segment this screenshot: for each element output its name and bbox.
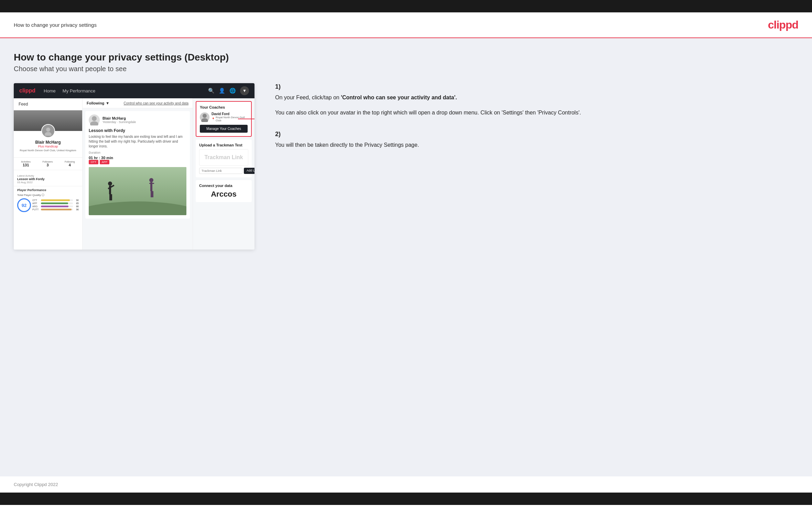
bar-ott-track	[41, 199, 73, 201]
top-bar	[0, 0, 812, 12]
coach-name: David Ford	[212, 112, 248, 116]
stat-activities: Activities 131	[21, 161, 31, 167]
svg-point-6	[108, 181, 112, 186]
following-chevron: ▼	[106, 101, 109, 105]
stat-followers-value: 3	[43, 163, 53, 167]
trackman-title: Upload a Trackman Test	[199, 143, 248, 147]
stat-following-value: 4	[65, 163, 75, 167]
app-logo: clippd	[19, 88, 35, 94]
svg-point-1	[45, 132, 52, 136]
bar-arg-track	[41, 206, 73, 207]
latest-activity-label: Latest Activity	[17, 174, 79, 177]
svg-point-2	[92, 116, 97, 121]
player-performance: Player Performance Total Player Quality …	[14, 186, 82, 214]
app-screenshot: clippd Home My Performance 🔍 👤 🌐 ▼	[14, 83, 255, 250]
bar-arg-label: ARG	[32, 205, 40, 208]
post-author-date: Yesterday · Sunningdale	[102, 120, 136, 124]
bar-putt: PUTT 96	[32, 208, 79, 211]
quality-bars: OTT 90 APP 85 ARG	[32, 199, 79, 211]
instruction-2-number: 2)	[275, 131, 798, 138]
post-duration-label: Duration	[89, 151, 186, 154]
post-tags: OTT APP	[89, 160, 186, 164]
following-button[interactable]: Following ▼	[87, 101, 109, 105]
instructions-panel: 1) On your Feed, click/tap on 'Control w…	[268, 83, 798, 163]
site-header: How to change your privacy settings clip…	[0, 12, 812, 38]
trackman-placeholder: Trackman Link	[199, 149, 248, 166]
svg-point-3	[90, 121, 98, 125]
bar-ott-value: 90	[74, 199, 79, 201]
latest-activity: Latest Activity Lesson with Fordy 03 Aug…	[14, 172, 82, 186]
profile-name: Blair McHarg	[17, 140, 79, 145]
post-author-info: Blair McHarg Yesterday · Sunningdale	[102, 116, 136, 124]
page-breadcrumb: How to change your privacy settings	[14, 22, 97, 28]
avatar-button[interactable]: ▼	[240, 86, 249, 95]
clippd-logo: clippd	[768, 19, 798, 31]
quality-label: Total Player Quality ⓘ	[17, 193, 79, 197]
nav-item-performance[interactable]: My Performance	[63, 88, 95, 93]
copyright-text: Copyright Clippd 2022	[14, 482, 58, 487]
coach-info: David Ford 📍 Royal North Devon Golf Club	[212, 112, 248, 122]
stat-following: Following 4	[65, 161, 75, 167]
app-body: Feed Blair McHarg Plus Handicap Royal No…	[14, 98, 255, 250]
feed-post: Blair McHarg Yesterday · Sunningdale Les…	[85, 111, 190, 219]
instruction-1-number: 1)	[275, 83, 798, 90]
feed-top-bar: Following ▼ Control who can see your act…	[83, 98, 193, 108]
stat-activities-value: 131	[21, 163, 31, 167]
trackman-input[interactable]	[199, 168, 242, 174]
quality-score: 92	[17, 198, 31, 212]
person-icon[interactable]: 👤	[219, 88, 225, 94]
instruction-1-subtext: You can also click on your avatar in the…	[275, 108, 798, 117]
bottom-bar	[0, 493, 812, 505]
post-duration-value: 01 hr : 30 min	[89, 156, 186, 160]
svg-rect-16	[152, 191, 153, 197]
two-col-layout: clippd Home My Performance 🔍 👤 🌐 ▼	[14, 83, 798, 250]
site-footer: Copyright Clippd 2022	[0, 476, 812, 493]
bar-putt-track	[41, 209, 73, 210]
post-header: Blair McHarg Yesterday · Sunningdale	[89, 114, 186, 125]
globe-icon[interactable]: 🌐	[229, 88, 236, 94]
instruction-1: 1) On your Feed, click/tap on 'Control w…	[275, 83, 798, 117]
bar-ott: OTT 90	[32, 199, 79, 201]
post-author-avatar	[89, 114, 100, 125]
post-tag-ott: OTT	[89, 160, 98, 164]
bar-app-label: APP	[32, 202, 40, 205]
app-navbar: clippd Home My Performance 🔍 👤 🌐 ▼	[14, 83, 255, 98]
latest-activity-date: 03 Aug 2022	[17, 181, 79, 184]
app-right-panel: Your Coaches David Ford 📍 Royal North	[193, 98, 255, 250]
add-link-button[interactable]: Add Link	[244, 168, 255, 174]
bar-app-track	[41, 202, 73, 204]
stat-followers-label: Followers	[43, 161, 53, 163]
svg-rect-14	[152, 183, 154, 184]
post-title: Lesson with Fordy	[89, 128, 186, 133]
avatar-icon: ▼	[242, 88, 247, 93]
svg-point-17	[203, 114, 207, 118]
post-image	[89, 167, 186, 215]
search-icon[interactable]: 🔍	[208, 88, 215, 94]
svg-point-0	[46, 128, 50, 132]
app-sidebar: Feed Blair McHarg Plus Handicap Royal No…	[14, 98, 83, 250]
following-label: Following	[87, 101, 104, 105]
feed-tab[interactable]: Feed	[14, 98, 82, 110]
instruction-1-text: On your Feed, click/tap on 'Control who …	[275, 93, 798, 102]
post-author-name: Blair McHarg	[102, 116, 136, 120]
bar-app-value: 85	[74, 202, 79, 205]
control-privacy-link[interactable]: Control who can see your activity and da…	[124, 101, 188, 105]
coaches-title: Your Coaches	[200, 105, 248, 109]
post-body: Looking to feel like my hands are exitin…	[89, 134, 186, 149]
coaches-annotation-wrapper: Your Coaches David Ford 📍 Royal North	[193, 101, 255, 137]
quality-row: 92 OTT 90 APP 85	[17, 198, 79, 212]
app-nav-items: Home My Performance	[44, 88, 208, 93]
svg-point-11	[149, 178, 153, 182]
latest-activity-title: Lesson with Fordy	[17, 177, 79, 181]
instruction-2-text: You will then be taken directly to the P…	[275, 141, 798, 150]
instruction-2: 2) You will then be taken directly to th…	[275, 131, 798, 150]
coach-avatar	[200, 112, 209, 122]
manage-coaches-button[interactable]: Manage Your Coaches	[200, 125, 248, 133]
main-content: How to change your privacy settings (Des…	[0, 38, 812, 476]
svg-point-18	[201, 118, 208, 122]
profile-subtitle: Plus Handicap	[17, 145, 79, 148]
svg-rect-13	[149, 183, 151, 184]
app-nav-icons: 🔍 👤 🌐 ▼	[208, 86, 249, 95]
connect-title: Connect your data	[199, 184, 248, 188]
nav-item-home[interactable]: Home	[44, 88, 56, 93]
